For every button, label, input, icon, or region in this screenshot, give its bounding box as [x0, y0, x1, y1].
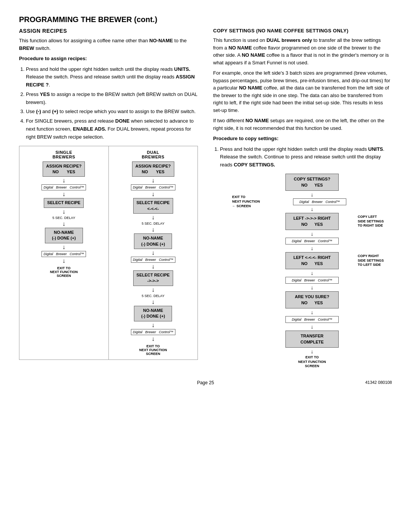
- no-name-box-single: NO-NAME(-) DONE (+): [45, 228, 83, 243]
- section1-title: ASSIGN RECIPES: [19, 28, 198, 34]
- page-footer: Page 25 41342 080108: [19, 380, 392, 385]
- assign-recipe-box-single: ASSIGN RECIPE?NO YES: [43, 161, 85, 177]
- copy-procedure-title: Procedure to copy settings:: [213, 135, 392, 142]
- dual-label: DUALBREWERS: [142, 150, 164, 159]
- brand-bar-4: Digital Brewer Control™: [131, 257, 175, 263]
- brand-bar-cs3: Digital Brewer Control™: [285, 277, 339, 284]
- select-recipe-box-dual2: SELECT RECIPE->->->: [133, 270, 173, 286]
- left-left-box: LEFT <-<-<- RIGHTNO YES: [285, 252, 339, 269]
- sec-delay-1: 5 SEC. DELAY: [53, 216, 75, 220]
- brand-bar-3: Digital Brewer Control™: [131, 184, 175, 190]
- brand-bar-1: Digital Brewer Control™: [41, 184, 86, 190]
- page-title: PROGRAMMING THE BREWER (cont.): [19, 15, 392, 24]
- copy-intro2: For example, once the left side's 3 batc…: [213, 69, 392, 114]
- copy-step-1: Press and hold the upper right hidden sw…: [220, 145, 392, 169]
- assign-recipe-box-dual: ASSIGN RECIPE?NO YES: [132, 161, 174, 177]
- exit-dual: EXIT TONEXT FUNCTIONSCREEN: [139, 344, 167, 356]
- step-4: For SINGLE brewers, press and release DO…: [26, 117, 198, 141]
- no-name-box-dual: NO-NAME(-) DONE (+): [134, 233, 172, 249]
- exit-single: EXIT TONEXT FUNCTIONSCREEN: [50, 266, 78, 278]
- dual-brewer-section: DUALBREWERS ASSIGN RECIPE?NO YES ↓ Digit…: [109, 146, 198, 359]
- copy-intro3: If two different NO NAME setups are requ…: [213, 117, 392, 132]
- no-name-box-dual2: NO-NAME(-) DONE (+): [134, 306, 172, 321]
- copy-settings-q-box: COPY SETTINGS?NO YES: [285, 174, 339, 191]
- sec-delay-2: 5 SEC. DELAY: [142, 222, 164, 225]
- sec-delay-3: 5 SEC. DELAY: [142, 294, 164, 298]
- brand-bar-5: Digital Brewer Control™: [131, 329, 175, 335]
- brand-bar-2: Digital Brewer Control™: [41, 251, 86, 257]
- section2-title: COPY SETTINGS (NO NAME COFFEE SETTINGS O…: [213, 28, 392, 34]
- select-recipe-box-dual: SELECT RECIPE<-<-<-: [133, 198, 173, 214]
- brand-bar-cs4: Digital Brewer Control™: [285, 316, 339, 323]
- left-right-box: LEFT ->->-> RIGHTNO YES: [285, 213, 339, 230]
- right-column: COPY SETTINGS (NO NAME COFFEE SETTINGS O…: [213, 28, 392, 369]
- brewers-diagram: SINGLEBREWERS ASSIGN RECIPE?NO YES ↓ Dig…: [19, 146, 198, 360]
- assign-intro: This function allows for assigning a cof…: [19, 37, 198, 52]
- copy-left-note: COPY LEFTSIDE SETTINGSTO RIGHT SIDE: [358, 215, 392, 228]
- exit-bottom: EXIT TONEXT FUNCTIONSCREEN: [298, 355, 326, 369]
- assign-steps: Press and hold the upper right hidden sw…: [26, 66, 198, 141]
- copy-settings-diagram: COPY SETTINGS?NO YES ↓ EXIT TONEXT FUNCT…: [213, 174, 392, 369]
- page-container: PROGRAMMING THE BREWER (cont.) ASSIGN RE…: [19, 15, 392, 385]
- copy-right-note: COPY RIGHTSIDE SETTINGSTO LEFT SIDE: [358, 254, 392, 267]
- step-3: Use (-) and (+) to select recipe which y…: [26, 108, 198, 116]
- select-recipe-box-single: SELECT RECIPE: [44, 198, 84, 208]
- page-number: Page 25: [197, 380, 214, 385]
- are-you-sure-box: ARE YOU SURE?NO YES: [285, 291, 339, 308]
- step-1: Press and hold the upper right hidden sw…: [26, 66, 198, 89]
- brand-bar-cs1: Digital Brewer Control™: [293, 198, 346, 205]
- transfer-complete-box: TRANSFERCOMPLETE: [285, 331, 339, 348]
- single-brewer-section: SINGLEBREWERS ASSIGN RECIPE?NO YES ↓ Dig…: [19, 146, 109, 359]
- brand-bar-cs2: Digital Brewer Control™: [285, 238, 339, 244]
- procedure-title: Procedure to assign recipes:: [19, 55, 198, 62]
- single-label: SINGLEBREWERS: [53, 150, 75, 159]
- doc-number: 41342 080108: [365, 380, 392, 385]
- step-2: Press YES to assign a recipe to the BREW…: [26, 91, 198, 107]
- copy-steps: Press and hold the upper right hidden sw…: [220, 145, 392, 169]
- left-column: ASSIGN RECIPES This function allows for …: [19, 28, 198, 369]
- copy-intro1: This function is used on DUAL brewers on…: [213, 37, 392, 66]
- exit-to-next-left: EXIT TONEXT FUNCTION← SCREEN: [232, 195, 260, 208]
